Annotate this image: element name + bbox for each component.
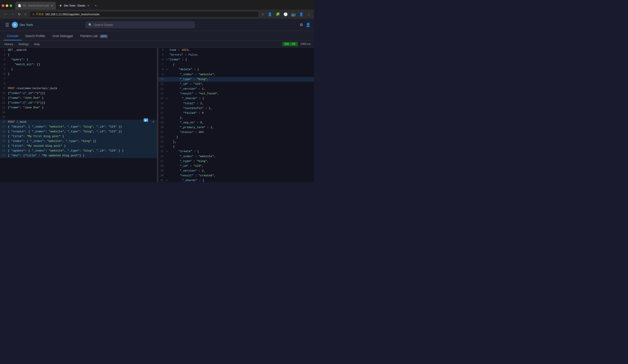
- resp-line: 15 "total" : 2,: [158, 101, 314, 106]
- tab-devtools[interactable]: ⚡ Dev Tools - Elastic ✕: [56, 2, 92, 10]
- resp-line: 24 {: [158, 144, 314, 149]
- resp-line: 19 "_seq_no" : 0,: [158, 120, 314, 125]
- code-line: 4 "match_all": {}: [0, 62, 157, 67]
- tab-devtools-close[interactable]: ✕: [87, 4, 90, 7]
- search-placeholder: Search Elastic: [94, 23, 113, 27]
- resp-line: 23 },: [158, 139, 314, 144]
- resp-line: 17 "failed" : 0: [158, 111, 314, 116]
- code-line: 7: [0, 76, 157, 81]
- tab-grok-debugger-label: Grok Debugger: [52, 34, 73, 38]
- hamburger-menu-icon[interactable]: ☰: [3, 21, 11, 28]
- maximize-window-btn[interactable]: [10, 4, 12, 7]
- help-icon[interactable]: 👤: [306, 22, 311, 27]
- tab-painless-lab-label: Painless Lab: [80, 34, 98, 38]
- code-line: 14: [0, 110, 157, 115]
- resp-line: 21 "status" : 404: [158, 130, 314, 135]
- code-line: 3 "query": {: [0, 57, 157, 62]
- code-line: 5 }: [0, 67, 157, 72]
- minimize-window-btn[interactable]: [6, 4, 8, 7]
- code-line: 13 {"name": "Jane Doe" }: [0, 105, 157, 110]
- code-line: 19 { "title": "My first blog post" }: [0, 134, 157, 139]
- elastic-app: ☰ D Dev Tools 🔍 Search Elastic ⚙ 👤 Conso…: [0, 19, 314, 182]
- resp-line: 7 {: [158, 62, 314, 67]
- code-line: 10 {"index":{"_id":"1"}}}: [0, 91, 157, 96]
- beta-badge: BETA: [100, 35, 108, 38]
- tab-search-profiler[interactable]: Search Profiler: [22, 32, 49, 40]
- code-line: 1 GET _search: [0, 48, 157, 53]
- home-button[interactable]: ⌂: [23, 11, 28, 17]
- elastic-header: ☰ D Dev Tools 🔍 Search Elastic ⚙ 👤: [0, 19, 314, 31]
- tab-console[interactable]: Console: [3, 32, 22, 40]
- user-account-icon[interactable]: 👤: [298, 11, 304, 17]
- response-panel: 4 took : 1023, 5 "errors" : false, 6 ▼"i…: [158, 48, 314, 182]
- settings-code-icon[interactable]: ⚙: [153, 120, 154, 123]
- code-line: 23 { "doc": {"title" : "My updated blog …: [0, 153, 157, 158]
- resp-line: 18 },: [158, 116, 314, 120]
- header-right: ⚙ 👤: [300, 22, 311, 27]
- code-line: 2 {: [0, 53, 157, 57]
- clock-icon[interactable]: 🕐: [283, 11, 289, 17]
- extensions-icon[interactable]: 🧩: [275, 11, 281, 17]
- address-text: 192.168.1.11:5601/app/dev_tools#/console: [45, 13, 99, 16]
- response-time: 1059 ms: [301, 43, 311, 46]
- editor-panel: 1 GET _search 2 { 3 "query": { 4 "match_…: [0, 48, 157, 182]
- breadcrumb[interactable]: Dev Tools: [20, 23, 33, 27]
- bookmark-icon[interactable]: ☆: [260, 11, 265, 17]
- back-button[interactable]: ←: [3, 11, 9, 17]
- resp-line: 11 "_id" : "123",: [158, 82, 314, 87]
- settings-button[interactable]: Settings: [17, 42, 29, 46]
- resp-line: 26 "_index" : "website",: [158, 154, 314, 159]
- close-window-btn[interactable]: [2, 4, 4, 7]
- screen-icon[interactable]: 📺: [290, 11, 297, 17]
- resp-line: 6 ▼"items" : [: [158, 57, 314, 62]
- resp-line: 27 "_type" : "blog",: [158, 159, 314, 164]
- new-tab-button[interactable]: +: [93, 3, 99, 9]
- resp-line-highlighted: 10 "_type" : "blog",: [158, 77, 314, 82]
- resp-line: 4 took : 1023,: [158, 48, 314, 53]
- response-area[interactable]: 4 took : 1023, 5 "errors" : false, 6 ▼"i…: [158, 48, 314, 182]
- tab-pdf[interactable]: 📄 06、ElasticSearch.pdf ✕: [15, 2, 56, 10]
- tab-painless-lab[interactable]: Painless Lab BETA: [77, 32, 111, 40]
- resp-line: 14 ▼ "_shards" : {: [158, 96, 314, 101]
- help-button[interactable]: Help: [33, 42, 41, 46]
- address-bar[interactable]: ⚠ 不安全 192.168.1.11:5601/app/dev_tools#/c…: [29, 11, 259, 17]
- settings-icon[interactable]: ⚙: [300, 22, 303, 27]
- reload-button[interactable]: ↻: [17, 11, 22, 17]
- tab-grok-debugger[interactable]: Grok Debugger: [49, 32, 77, 40]
- elastic-search-bar[interactable]: 🔍 Search Elastic: [85, 22, 195, 28]
- code-line: 15: [0, 115, 157, 120]
- run-button[interactable]: ▶: [144, 118, 148, 122]
- tab-devtools-title: Dev Tools - Elastic: [64, 4, 85, 7]
- traffic-lights: [2, 4, 12, 7]
- tab-pdf-close[interactable]: ✕: [51, 4, 53, 7]
- history-button[interactable]: History: [3, 42, 14, 46]
- code-line: 8: [0, 81, 157, 86]
- browser-chrome: 📄 06、ElasticSearch.pdf ✕ ⚡ Dev Tools - E…: [0, 0, 314, 19]
- resp-line: 5 "errors" : false,: [158, 53, 314, 57]
- resp-line: 28 "_id" : "123",: [158, 164, 314, 169]
- devtools-nav: Console Search Profiler Grok Debugger Pa…: [0, 31, 314, 41]
- user-avatar[interactable]: D: [12, 22, 18, 28]
- code-line-highlight: 16 POST /_bulk ▶ ⚙: [0, 120, 157, 124]
- tab-pdf-icon: 📄: [18, 4, 21, 7]
- tab-bar: 📄 06、ElasticSearch.pdf ✕ ⚡ Dev Tools - E…: [0, 0, 314, 10]
- profile-icon[interactable]: 👤: [267, 11, 273, 17]
- code-line: 17 { "delete": { "_index": "website", "_…: [0, 124, 157, 129]
- resp-line: 29 "_version" : 2,: [158, 169, 314, 173]
- resp-line: 16 "successful" : 1,: [158, 106, 314, 111]
- tab-devtools-icon: ⚡: [59, 4, 62, 7]
- editor-area[interactable]: 1 GET _search 2 { 3 "query": { 4 "match_…: [0, 48, 157, 182]
- forward-button[interactable]: →: [10, 11, 16, 17]
- address-warning-text: 不安全: [36, 12, 44, 16]
- security-warning-icon: ⚠: [32, 13, 35, 16]
- resp-line: 13 "result" : "not_found",: [158, 91, 314, 96]
- more-icon[interactable]: ⋮: [306, 11, 311, 17]
- tab-search-profiler-label: Search Profiler: [25, 34, 45, 38]
- code-line: 9 POST /customer/external/_bulk: [0, 86, 157, 91]
- main-content: 1 GET _search 2 { 3 "query": { 4 "match_…: [0, 48, 314, 182]
- resp-line: 25 ▼ "create" : {: [158, 149, 314, 154]
- resp-line: 12 "_version" : 1,: [158, 87, 314, 91]
- address-bar-row: ← → ↻ ⌂ ⚠ 不安全 192.168.1.11:5601/app/dev_…: [0, 10, 314, 19]
- tab-console-label: Console: [7, 34, 18, 38]
- status-ok-badge: 200 – OK: [282, 42, 298, 46]
